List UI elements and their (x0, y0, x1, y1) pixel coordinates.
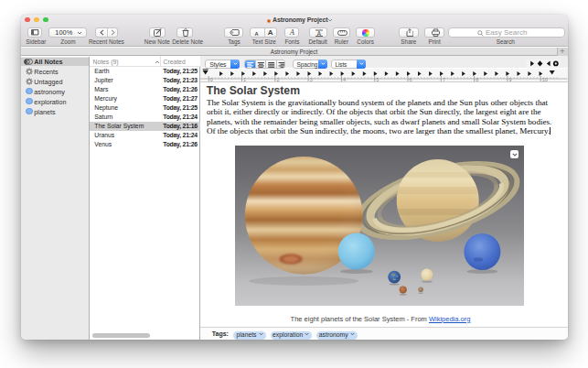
svg-text:5: 5 (376, 76, 379, 81)
svg-text:7: 7 (443, 76, 445, 81)
svg-text:3: 3 (310, 76, 313, 81)
svg-text:2: 2 (276, 76, 279, 81)
svg-text:0: 0 (210, 76, 213, 81)
svg-text:8: 8 (476, 76, 478, 81)
svg-text:9: 9 (508, 76, 511, 81)
svg-text:A: A (316, 29, 321, 36)
svg-text:1: 1 (243, 76, 246, 81)
svg-text:6: 6 (410, 76, 412, 81)
svg-text:4: 4 (343, 76, 346, 81)
svg-text:10: 10 (542, 76, 548, 81)
